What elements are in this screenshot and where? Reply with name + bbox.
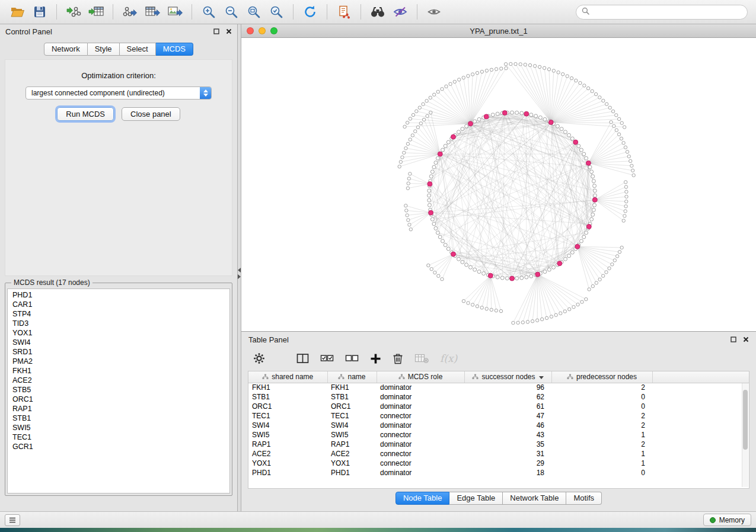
search-input[interactable] <box>593 8 742 16</box>
column-header-MCDS-role[interactable]: MCDS role <box>377 371 464 383</box>
cell-successor-nodes[interactable]: 47 <box>464 411 551 421</box>
import-network-icon[interactable] <box>62 2 85 21</box>
import-table-icon[interactable] <box>85 2 107 21</box>
cell-predecessor-nodes[interactable]: 0 <box>551 468 652 477</box>
cell-successor-nodes[interactable]: 29 <box>464 459 551 468</box>
mcds-result-item[interactable]: PMA2 <box>8 357 229 366</box>
cell-successor-nodes[interactable]: 31 <box>464 449 551 459</box>
column-header-shared-name[interactable]: shared name <box>248 371 327 383</box>
mcds-result-item[interactable]: ACE2 <box>8 376 229 385</box>
zoom-selected-icon[interactable] <box>265 2 288 21</box>
cell-name[interactable]: STB1 <box>327 392 377 402</box>
close-table-panel-icon[interactable] <box>743 336 749 342</box>
table-row[interactable]: ORC1ORC1dominator610 <box>248 402 749 411</box>
cell-successor-nodes[interactable]: 46 <box>464 421 551 430</box>
cell-predecessor-nodes[interactable]: 1 <box>551 459 652 468</box>
cell-MCDS-role[interactable]: dominator <box>377 392 464 402</box>
mcds-result-item[interactable]: STB5 <box>8 385 229 395</box>
column-header-predecessor-nodes[interactable]: predecessor nodes <box>551 371 652 383</box>
optimization-criterion-dropdown[interactable]: largest connected component (undirected) <box>25 86 212 100</box>
mcds-result-item[interactable]: TEC1 <box>8 432 229 442</box>
export-network-icon[interactable] <box>119 2 141 21</box>
cell-MCDS-role[interactable]: connector <box>377 430 464 440</box>
find-icon[interactable] <box>366 2 389 21</box>
mcds-result-item[interactable]: STB1 <box>8 414 229 423</box>
cell-name[interactable]: SWI5 <box>327 430 377 440</box>
table-row[interactable]: STB1STB1dominator620 <box>248 392 749 402</box>
float-table-panel-icon[interactable] <box>731 336 736 342</box>
cell-predecessor-nodes[interactable]: 0 <box>551 392 652 402</box>
table-row[interactable]: TEC1TEC1connector472 <box>248 411 749 421</box>
cell-MCDS-role[interactable]: dominator <box>377 421 464 430</box>
open-session-icon[interactable] <box>6 2 28 21</box>
cell-name[interactable]: ORC1 <box>327 402 377 411</box>
zoom-in-icon[interactable] <box>197 2 220 21</box>
cell-shared-name[interactable]: TEC1 <box>248 411 327 421</box>
export-image-icon[interactable] <box>164 2 186 21</box>
graphics-details-icon[interactable] <box>389 2 412 21</box>
mcds-result-item[interactable]: STP4 <box>8 309 229 319</box>
cell-predecessor-nodes[interactable]: 1 <box>551 430 652 440</box>
float-panel-icon[interactable] <box>213 28 219 34</box>
cell-shared-name[interactable]: SWI4 <box>248 421 327 430</box>
cell-MCDS-role[interactable]: dominator <box>377 440 464 449</box>
cell-MCDS-role[interactable]: dominator <box>377 468 464 477</box>
column-header-name[interactable]: name <box>327 371 377 383</box>
zoom-fit-icon[interactable] <box>243 2 265 21</box>
column-header-successor-nodes[interactable]: successor nodes <box>464 371 551 383</box>
run-mcds-button[interactable]: Run MCDS <box>57 107 114 121</box>
panel-splitter[interactable] <box>237 24 241 511</box>
close-window-button[interactable] <box>247 27 254 34</box>
cell-predecessor-nodes[interactable]: 2 <box>551 411 652 421</box>
mcds-result-item[interactable]: SRD1 <box>8 347 229 357</box>
close-panel-icon[interactable] <box>226 28 232 34</box>
deselect-all-icon[interactable] <box>345 353 359 364</box>
menu-list-button[interactable] <box>5 514 20 526</box>
cell-shared-name[interactable]: RAP1 <box>248 440 327 449</box>
cell-MCDS-role[interactable]: connector <box>377 449 464 459</box>
tab-motifs[interactable]: Motifs <box>566 492 602 505</box>
tab-select[interactable]: Select <box>120 43 156 56</box>
add-row-icon[interactable] <box>370 353 381 364</box>
cell-shared-name[interactable]: STB1 <box>248 392 327 402</box>
cell-name[interactable]: FKH1 <box>327 383 377 392</box>
table-row[interactable]: ACE2ACE2connector311 <box>248 449 749 459</box>
table-scrollbar-thumb[interactable] <box>743 390 748 450</box>
cell-predecessor-nodes[interactable]: 2 <box>551 383 652 392</box>
zoom-out-icon[interactable] <box>220 2 243 21</box>
cell-shared-name[interactable]: PHD1 <box>248 468 327 477</box>
cell-name[interactable]: YOX1 <box>327 459 377 468</box>
table-row[interactable]: SWI5SWI5connector431 <box>248 430 749 440</box>
cell-name[interactable]: RAP1 <box>327 440 377 449</box>
mcds-result-item[interactable]: FKH1 <box>8 366 229 376</box>
cell-shared-name[interactable]: ACE2 <box>248 449 327 459</box>
tab-mcds[interactable]: MCDS <box>156 43 193 56</box>
cell-shared-name[interactable]: FKH1 <box>248 383 327 392</box>
cell-predecessor-nodes[interactable]: 0 <box>551 402 652 411</box>
cell-predecessor-nodes[interactable]: 1 <box>551 449 652 459</box>
cell-successor-nodes[interactable]: 35 <box>464 440 551 449</box>
split-panel-icon[interactable] <box>296 353 309 364</box>
save-session-icon[interactable] <box>28 2 51 21</box>
mcds-result-item[interactable]: ORC1 <box>8 395 229 404</box>
cell-successor-nodes[interactable]: 62 <box>464 392 551 402</box>
mcds-result-item[interactable]: CAR1 <box>8 300 229 309</box>
mcds-result-item[interactable]: PHD1 <box>8 290 229 300</box>
minimize-window-button[interactable] <box>259 27 266 34</box>
cell-successor-nodes[interactable]: 18 <box>464 468 551 477</box>
zoom-window-button[interactable] <box>270 27 277 34</box>
cell-MCDS-role[interactable]: connector <box>377 459 464 468</box>
cell-MCDS-role[interactable]: dominator <box>377 402 464 411</box>
splitter-grip-icon[interactable] <box>238 268 241 279</box>
cell-successor-nodes[interactable]: 43 <box>464 430 551 440</box>
tab-network[interactable]: Network <box>44 43 88 56</box>
table-scrollbar[interactable] <box>742 383 748 487</box>
table-row[interactable]: PHD1PHD1dominator180 <box>248 468 749 477</box>
mcds-result-item[interactable]: GCR1 <box>8 442 229 451</box>
tab-style[interactable]: Style <box>88 43 120 56</box>
cell-shared-name[interactable]: ORC1 <box>248 402 327 411</box>
memory-button[interactable]: Memory <box>703 514 751 526</box>
tab-node-table[interactable]: Node Table <box>395 492 450 505</box>
delete-row-icon[interactable] <box>393 352 403 364</box>
cell-MCDS-role[interactable]: dominator <box>377 383 464 392</box>
